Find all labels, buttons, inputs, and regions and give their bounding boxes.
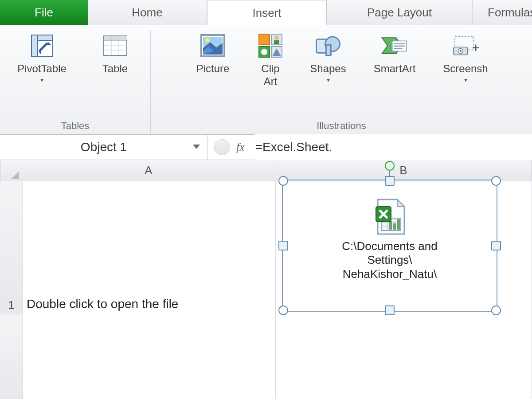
group-label-illustrations: Illustrations — [317, 120, 366, 134]
picture-label: Picture — [196, 63, 230, 75]
table-icon — [101, 31, 129, 60]
row-header-1[interactable]: 1 — [0, 181, 23, 314]
tab-insert[interactable]: Insert — [207, 0, 327, 25]
embedded-object-content: C:\Documents and Settings\ NehaKishor_Na… — [283, 180, 497, 311]
ribbon-group-tables: PivotTable ▾ Table Tabl — [0, 30, 151, 134]
tab-formulas[interactable]: Formulas — [473, 0, 532, 25]
picture-icon — [199, 31, 227, 60]
svg-point-36 — [459, 50, 462, 52]
clipart-label: Clip Art — [261, 63, 279, 88]
embedded-object-caption: C:\Documents and Settings\ NehaKishor_Na… — [342, 239, 437, 281]
table-label: Table — [102, 63, 128, 75]
dropdown-icon: ▾ — [327, 76, 330, 83]
cancel-formula-disabled — [214, 139, 230, 155]
tab-home[interactable]: Home — [88, 0, 207, 25]
tab-file[interactable]: File — [0, 0, 88, 25]
cell-b2[interactable] — [276, 314, 532, 399]
shapes-icon — [314, 31, 342, 60]
svg-point-22 — [261, 49, 267, 55]
svg-rect-49 — [397, 219, 400, 230]
tab-page-layout[interactable]: Page Layout — [327, 0, 473, 25]
ribbon: PivotTable ▾ Table Tabl — [0, 25, 532, 135]
select-all-corner[interactable] — [0, 160, 22, 181]
row-2 — [0, 314, 532, 399]
svg-rect-6 — [104, 36, 127, 40]
excel-file-icon — [370, 197, 410, 237]
ribbon-tabs: File Home Insert Page Layout Formulas — [0, 0, 532, 25]
svg-rect-27 — [326, 45, 331, 55]
name-box-value: Object 1 — [81, 140, 127, 154]
col-header-a[interactable]: A — [22, 160, 275, 181]
shapes-label: Shapes — [310, 63, 346, 75]
svg-point-19 — [274, 35, 279, 40]
fx-icon[interactable]: fx — [236, 141, 245, 154]
smartart-icon — [380, 31, 409, 60]
clipart-button[interactable]: Clip Art — [246, 30, 295, 120]
picture-button[interactable]: Picture — [184, 30, 242, 120]
screenshot-icon — [451, 31, 480, 60]
cell-a2[interactable] — [23, 314, 276, 399]
svg-rect-48 — [393, 223, 396, 230]
svg-rect-17 — [259, 34, 270, 45]
formula-input[interactable] — [254, 134, 532, 160]
svg-point-14 — [205, 38, 210, 43]
name-box[interactable]: Object 1 — [0, 135, 208, 160]
screenshot-label: Screensh — [443, 63, 488, 75]
dropdown-icon: ▾ — [464, 76, 467, 83]
shapes-button[interactable]: Shapes ▾ — [299, 30, 357, 120]
svg-rect-47 — [389, 221, 392, 230]
screenshot-button[interactable]: Screensh ▾ — [432, 30, 499, 120]
smartart-button[interactable]: SmartArt — [361, 30, 428, 120]
column-headers: A B — [0, 160, 532, 181]
chevron-down-icon[interactable] — [192, 140, 201, 154]
group-label-tables: Tables — [61, 120, 90, 134]
svg-marker-39 — [193, 145, 200, 149]
rotate-handle[interactable] — [385, 161, 395, 171]
pivot-table-button[interactable]: PivotTable ▾ — [4, 30, 80, 120]
svg-marker-41 — [397, 200, 404, 207]
svg-rect-20 — [274, 40, 279, 44]
formula-bar: Object 1 fx — [0, 135, 532, 160]
pivot-table-icon — [28, 31, 56, 60]
clipart-icon — [256, 31, 285, 60]
embedded-object[interactable]: C:\Documents and Settings\ NehaKishor_Na… — [282, 180, 497, 312]
pivot-table-label: PivotTable — [17, 63, 66, 75]
table-button[interactable]: Table — [84, 30, 146, 120]
row-header-2[interactable] — [0, 314, 23, 399]
smartart-label: SmartArt — [374, 63, 416, 75]
ribbon-group-illustrations: Picture Clip Art — [151, 30, 532, 134]
dropdown-icon: ▾ — [40, 76, 43, 83]
cell-a1[interactable]: Double click to open the file — [23, 181, 276, 314]
svg-rect-2 — [31, 35, 38, 56]
